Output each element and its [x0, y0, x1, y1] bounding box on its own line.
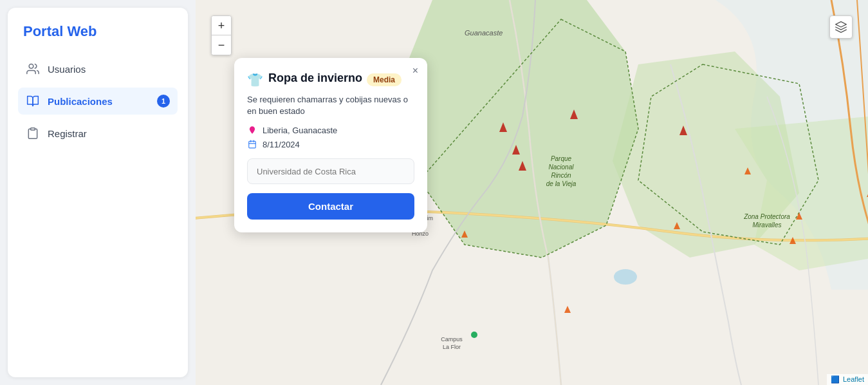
sidebar: Portal Web Usuarios Publicaciones 1 — [8, 8, 188, 377]
svg-text:Zona Protectora: Zona Protectora — [743, 213, 790, 220]
svg-text:Campus: Campus — [441, 336, 463, 343]
popup-location: Liberia, Guanacaste — [247, 125, 414, 135]
svg-text:Nacional: Nacional — [549, 164, 575, 171]
contact-button[interactable]: Contactar — [247, 193, 414, 220]
popup-date: 8/11/2024 — [247, 139, 414, 149]
sidebar-item-registrar[interactable]: Registrar — [18, 120, 178, 147]
sidebar-item-label-publicaciones: Publicaciones — [48, 96, 113, 107]
leaflet-link[interactable]: Leaflet — [843, 375, 864, 383]
layers-button[interactable] — [829, 15, 853, 39]
sidebar-item-publicaciones[interactable]: Publicaciones 1 — [18, 88, 178, 115]
svg-text:Rincón: Rincón — [551, 172, 571, 179]
popup-close-button[interactable]: × — [412, 66, 418, 76]
svg-marker-42 — [836, 22, 847, 27]
clipboard-icon — [26, 126, 40, 140]
popup-header: 👕 Ropa de invierno Media — [247, 71, 414, 88]
location-icon — [247, 125, 257, 135]
svg-text:La Flor: La Flor — [443, 344, 461, 350]
popup-description: Se requieren chamarras y cobijas nuevas … — [247, 94, 414, 117]
calendar-icon — [247, 139, 257, 149]
app-title: Portal Web — [18, 23, 178, 40]
map-popup: × 👕 Ropa de invierno Media Se requieren … — [234, 58, 427, 232]
popup-date-text: 8/11/2024 — [263, 140, 300, 149]
sidebar-item-label-registrar: Registrar — [48, 128, 87, 139]
svg-rect-1 — [31, 128, 35, 130]
book-icon — [26, 94, 40, 108]
popup-emoji: 👕 — [247, 72, 263, 88]
popup-meta: Liberia, Guanacaste 8/11/2024 — [247, 125, 414, 149]
popup-organization-input[interactable] — [257, 167, 405, 176]
sidebar-item-label-usuarios: Usuarios — [48, 64, 86, 75]
svg-text:Parque: Parque — [551, 155, 572, 162]
svg-point-41 — [471, 332, 477, 338]
svg-text:Miravalles: Miravalles — [752, 221, 781, 229]
popup-location-text: Liberia, Guanacaste — [263, 126, 337, 135]
layers-icon — [835, 21, 847, 33]
popup-title: Ropa de invierno — [268, 71, 362, 86]
publicaciones-badge: 1 — [157, 95, 170, 108]
zoom-controls: + − — [211, 15, 232, 55]
svg-text:Guanacaste: Guanacaste — [465, 29, 503, 37]
svg-rect-44 — [249, 142, 256, 149]
cal-icon — [248, 140, 257, 149]
popup-input-wrap[interactable] — [247, 158, 414, 184]
user-icon — [26, 62, 40, 76]
zoom-in-button[interactable]: + — [212, 16, 231, 35]
map-container: 6 4 Guanacaste Parque Nacional Rincón de… — [196, 0, 868, 385]
pin-icon — [248, 126, 257, 135]
popup-priority-badge: Media — [367, 73, 402, 86]
popup-title-wrap: 👕 Ropa de invierno — [247, 71, 362, 88]
svg-point-3 — [614, 269, 637, 285]
svg-point-0 — [29, 64, 33, 69]
leaflet-attribution: 🟦 Leaflet — [827, 374, 868, 385]
svg-text:de la Vieja: de la Vieja — [546, 180, 577, 187]
sidebar-item-usuarios[interactable]: Usuarios — [18, 55, 178, 82]
zoom-out-button[interactable]: − — [212, 35, 231, 55]
